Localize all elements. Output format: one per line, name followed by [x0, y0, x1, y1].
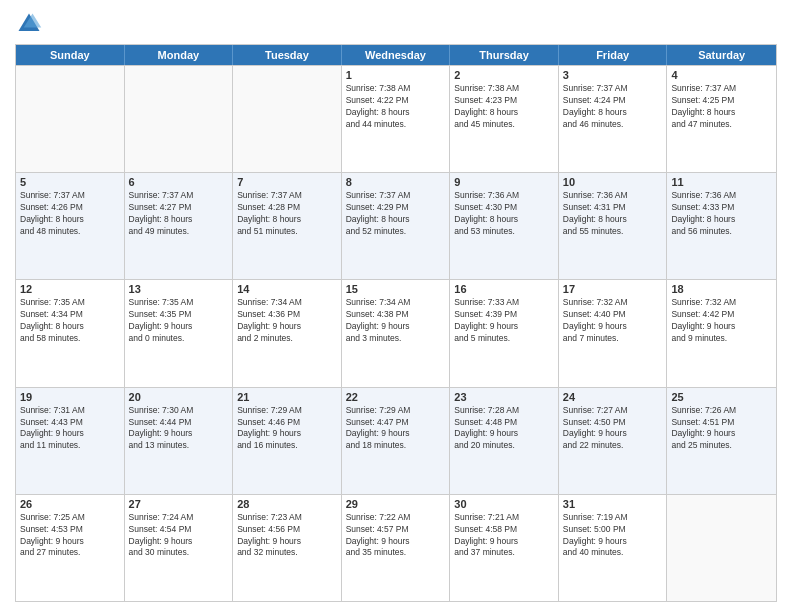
- calendar-cell: 15Sunrise: 7:34 AM Sunset: 4:38 PM Dayli…: [342, 280, 451, 386]
- day-info: Sunrise: 7:36 AM Sunset: 4:33 PM Dayligh…: [671, 190, 772, 238]
- calendar-cell: 28Sunrise: 7:23 AM Sunset: 4:56 PM Dayli…: [233, 495, 342, 601]
- day-info: Sunrise: 7:28 AM Sunset: 4:48 PM Dayligh…: [454, 405, 554, 453]
- week-row-4: 19Sunrise: 7:31 AM Sunset: 4:43 PM Dayli…: [16, 387, 776, 494]
- day-number: 21: [237, 391, 337, 403]
- day-number: 6: [129, 176, 229, 188]
- day-info: Sunrise: 7:36 AM Sunset: 4:31 PM Dayligh…: [563, 190, 663, 238]
- day-number: 1: [346, 69, 446, 81]
- calendar-cell: 11Sunrise: 7:36 AM Sunset: 4:33 PM Dayli…: [667, 173, 776, 279]
- day-number: 4: [671, 69, 772, 81]
- day-number: 15: [346, 283, 446, 295]
- day-info: Sunrise: 7:38 AM Sunset: 4:22 PM Dayligh…: [346, 83, 446, 131]
- calendar-header: SundayMondayTuesdayWednesdayThursdayFrid…: [16, 45, 776, 65]
- day-number: 27: [129, 498, 229, 510]
- day-number: 23: [454, 391, 554, 403]
- calendar-cell: 23Sunrise: 7:28 AM Sunset: 4:48 PM Dayli…: [450, 388, 559, 494]
- calendar-cell: 7Sunrise: 7:37 AM Sunset: 4:28 PM Daylig…: [233, 173, 342, 279]
- weekday-header-sunday: Sunday: [16, 45, 125, 65]
- calendar-cell: 31Sunrise: 7:19 AM Sunset: 5:00 PM Dayli…: [559, 495, 668, 601]
- calendar-cell: 29Sunrise: 7:22 AM Sunset: 4:57 PM Dayli…: [342, 495, 451, 601]
- calendar-cell: 13Sunrise: 7:35 AM Sunset: 4:35 PM Dayli…: [125, 280, 234, 386]
- weekday-header-wednesday: Wednesday: [342, 45, 451, 65]
- day-number: 30: [454, 498, 554, 510]
- day-info: Sunrise: 7:35 AM Sunset: 4:34 PM Dayligh…: [20, 297, 120, 345]
- weekday-header-monday: Monday: [125, 45, 234, 65]
- calendar-cell: 1Sunrise: 7:38 AM Sunset: 4:22 PM Daylig…: [342, 66, 451, 172]
- day-info: Sunrise: 7:22 AM Sunset: 4:57 PM Dayligh…: [346, 512, 446, 560]
- day-info: Sunrise: 7:21 AM Sunset: 4:58 PM Dayligh…: [454, 512, 554, 560]
- day-info: Sunrise: 7:37 AM Sunset: 4:26 PM Dayligh…: [20, 190, 120, 238]
- day-info: Sunrise: 7:37 AM Sunset: 4:24 PM Dayligh…: [563, 83, 663, 131]
- page: SundayMondayTuesdayWednesdayThursdayFrid…: [0, 0, 792, 612]
- day-number: 18: [671, 283, 772, 295]
- day-number: 26: [20, 498, 120, 510]
- day-number: 14: [237, 283, 337, 295]
- day-number: 10: [563, 176, 663, 188]
- day-info: Sunrise: 7:33 AM Sunset: 4:39 PM Dayligh…: [454, 297, 554, 345]
- calendar-cell: 5Sunrise: 7:37 AM Sunset: 4:26 PM Daylig…: [16, 173, 125, 279]
- day-number: 13: [129, 283, 229, 295]
- day-info: Sunrise: 7:29 AM Sunset: 4:46 PM Dayligh…: [237, 405, 337, 453]
- day-number: 3: [563, 69, 663, 81]
- calendar-cell: 21Sunrise: 7:29 AM Sunset: 4:46 PM Dayli…: [233, 388, 342, 494]
- weekday-header-friday: Friday: [559, 45, 668, 65]
- day-info: Sunrise: 7:37 AM Sunset: 4:29 PM Dayligh…: [346, 190, 446, 238]
- weekday-header-saturday: Saturday: [667, 45, 776, 65]
- calendar-cell: [233, 66, 342, 172]
- day-info: Sunrise: 7:25 AM Sunset: 4:53 PM Dayligh…: [20, 512, 120, 560]
- day-info: Sunrise: 7:37 AM Sunset: 4:27 PM Dayligh…: [129, 190, 229, 238]
- calendar-cell: 6Sunrise: 7:37 AM Sunset: 4:27 PM Daylig…: [125, 173, 234, 279]
- day-number: 29: [346, 498, 446, 510]
- logo-icon: [15, 10, 43, 38]
- day-info: Sunrise: 7:31 AM Sunset: 4:43 PM Dayligh…: [20, 405, 120, 453]
- day-info: Sunrise: 7:29 AM Sunset: 4:47 PM Dayligh…: [346, 405, 446, 453]
- calendar-cell: 3Sunrise: 7:37 AM Sunset: 4:24 PM Daylig…: [559, 66, 668, 172]
- day-number: 12: [20, 283, 120, 295]
- calendar: SundayMondayTuesdayWednesdayThursdayFrid…: [15, 44, 777, 602]
- calendar-body: 1Sunrise: 7:38 AM Sunset: 4:22 PM Daylig…: [16, 65, 776, 601]
- day-number: 24: [563, 391, 663, 403]
- calendar-cell: 4Sunrise: 7:37 AM Sunset: 4:25 PM Daylig…: [667, 66, 776, 172]
- calendar-cell: 24Sunrise: 7:27 AM Sunset: 4:50 PM Dayli…: [559, 388, 668, 494]
- week-row-5: 26Sunrise: 7:25 AM Sunset: 4:53 PM Dayli…: [16, 494, 776, 601]
- day-number: 22: [346, 391, 446, 403]
- calendar-cell: 19Sunrise: 7:31 AM Sunset: 4:43 PM Dayli…: [16, 388, 125, 494]
- calendar-cell: 22Sunrise: 7:29 AM Sunset: 4:47 PM Dayli…: [342, 388, 451, 494]
- day-info: Sunrise: 7:37 AM Sunset: 4:25 PM Dayligh…: [671, 83, 772, 131]
- calendar-cell: 2Sunrise: 7:38 AM Sunset: 4:23 PM Daylig…: [450, 66, 559, 172]
- day-number: 16: [454, 283, 554, 295]
- day-info: Sunrise: 7:26 AM Sunset: 4:51 PM Dayligh…: [671, 405, 772, 453]
- logo: [15, 10, 47, 38]
- day-info: Sunrise: 7:19 AM Sunset: 5:00 PM Dayligh…: [563, 512, 663, 560]
- day-info: Sunrise: 7:36 AM Sunset: 4:30 PM Dayligh…: [454, 190, 554, 238]
- calendar-cell: 30Sunrise: 7:21 AM Sunset: 4:58 PM Dayli…: [450, 495, 559, 601]
- weekday-header-thursday: Thursday: [450, 45, 559, 65]
- day-number: 5: [20, 176, 120, 188]
- calendar-cell: 20Sunrise: 7:30 AM Sunset: 4:44 PM Dayli…: [125, 388, 234, 494]
- calendar-cell: 14Sunrise: 7:34 AM Sunset: 4:36 PM Dayli…: [233, 280, 342, 386]
- calendar-cell: 12Sunrise: 7:35 AM Sunset: 4:34 PM Dayli…: [16, 280, 125, 386]
- day-info: Sunrise: 7:38 AM Sunset: 4:23 PM Dayligh…: [454, 83, 554, 131]
- calendar-cell: 9Sunrise: 7:36 AM Sunset: 4:30 PM Daylig…: [450, 173, 559, 279]
- day-info: Sunrise: 7:32 AM Sunset: 4:42 PM Dayligh…: [671, 297, 772, 345]
- day-number: 25: [671, 391, 772, 403]
- day-info: Sunrise: 7:27 AM Sunset: 4:50 PM Dayligh…: [563, 405, 663, 453]
- day-number: 31: [563, 498, 663, 510]
- day-info: Sunrise: 7:23 AM Sunset: 4:56 PM Dayligh…: [237, 512, 337, 560]
- day-info: Sunrise: 7:34 AM Sunset: 4:36 PM Dayligh…: [237, 297, 337, 345]
- calendar-cell: 10Sunrise: 7:36 AM Sunset: 4:31 PM Dayli…: [559, 173, 668, 279]
- day-number: 9: [454, 176, 554, 188]
- day-info: Sunrise: 7:35 AM Sunset: 4:35 PM Dayligh…: [129, 297, 229, 345]
- day-number: 2: [454, 69, 554, 81]
- calendar-cell: [667, 495, 776, 601]
- weekday-header-tuesday: Tuesday: [233, 45, 342, 65]
- day-info: Sunrise: 7:24 AM Sunset: 4:54 PM Dayligh…: [129, 512, 229, 560]
- calendar-cell: 27Sunrise: 7:24 AM Sunset: 4:54 PM Dayli…: [125, 495, 234, 601]
- calendar-cell: 25Sunrise: 7:26 AM Sunset: 4:51 PM Dayli…: [667, 388, 776, 494]
- day-number: 19: [20, 391, 120, 403]
- calendar-cell: [16, 66, 125, 172]
- day-info: Sunrise: 7:30 AM Sunset: 4:44 PM Dayligh…: [129, 405, 229, 453]
- day-number: 28: [237, 498, 337, 510]
- calendar-cell: 8Sunrise: 7:37 AM Sunset: 4:29 PM Daylig…: [342, 173, 451, 279]
- calendar-cell: [125, 66, 234, 172]
